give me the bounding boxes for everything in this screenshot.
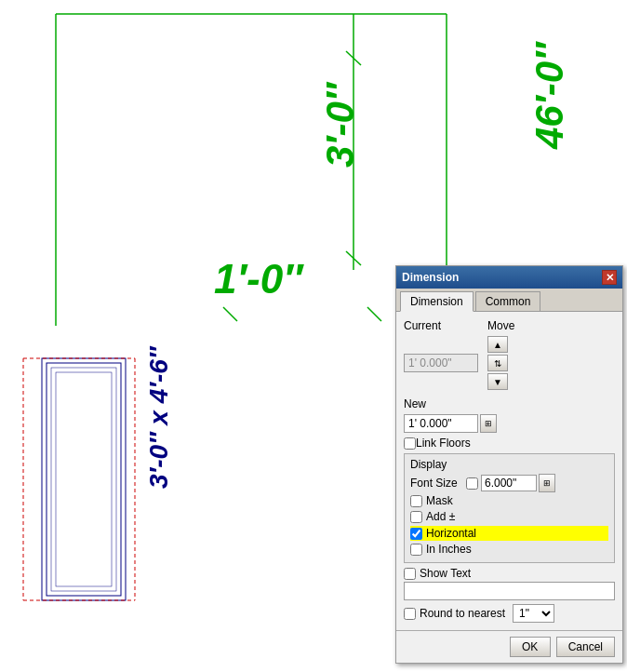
move-down-button[interactable]: ▼	[487, 373, 508, 390]
horizontal-label: Horizontal	[426, 527, 476, 540]
round-nearest-label: Round to nearest	[420, 607, 505, 620]
font-size-input[interactable]	[481, 475, 537, 491]
svg-rect-14	[51, 368, 116, 591]
close-button[interactable]: ✕	[602, 270, 617, 285]
ok-button[interactable]: OK	[510, 637, 551, 657]
dimension-dialog: Dimension ✕ Dimension Common Current Mov…	[395, 265, 623, 664]
font-size-pick-btn[interactable]: ⊞	[539, 474, 555, 492]
move-controls: ▲ ⇅ ▼	[487, 336, 508, 390]
tab-common[interactable]: Common	[475, 291, 541, 311]
new-input[interactable]	[404, 414, 478, 433]
in-inches-checkbox[interactable]	[410, 544, 422, 556]
dialog-body: Current Move ▲ ⇅ ▼ New ⊞	[396, 312, 622, 630]
in-inches-label: In Inches	[426, 543, 472, 556]
mask-label: Mask	[426, 494, 453, 507]
svg-rect-13	[47, 363, 121, 596]
move-up-button[interactable]: ▲	[487, 336, 508, 353]
current-input	[404, 354, 478, 372]
cancel-button[interactable]: Cancel	[556, 637, 615, 657]
new-pick-button[interactable]: ⊞	[480, 414, 497, 433]
show-text-checkbox[interactable]	[404, 568, 416, 580]
link-floors-row: Link Floors	[404, 437, 615, 450]
new-label: New	[404, 397, 469, 410]
dialog-titlebar: Dimension ✕	[396, 266, 622, 289]
svg-text:3′-0″ x 4′-6″: 3′-0″ x 4′-6″	[144, 345, 173, 489]
font-size-label: Font Size	[410, 477, 466, 490]
font-size-checkbox[interactable]	[466, 477, 478, 490]
svg-text:1′-0″: 1′-0″	[214, 256, 304, 302]
mask-row: Mask	[410, 494, 608, 507]
horizontal-row: Horizontal	[410, 526, 608, 541]
new-input-group: ⊞	[404, 414, 497, 433]
svg-rect-12	[42, 358, 126, 600]
link-floors-label: Link Floors	[416, 437, 471, 450]
svg-line-7	[223, 307, 237, 321]
add-pm-label: Add ±	[426, 510, 455, 523]
show-text-row: Show Text	[404, 567, 615, 580]
add-pm-checkbox[interactable]	[410, 511, 422, 523]
svg-rect-15	[56, 372, 112, 586]
svg-line-8	[367, 307, 381, 321]
dialog-tabs: Dimension Common	[396, 289, 622, 312]
move-swap-button[interactable]: ⇅	[487, 355, 508, 371]
move-label: Move	[487, 319, 553, 332]
tab-dimension[interactable]: Dimension	[400, 291, 474, 312]
mask-checkbox[interactable]	[410, 495, 422, 507]
horizontal-checkbox[interactable]	[410, 528, 422, 540]
svg-text:46′-0″: 46′-0″	[527, 41, 571, 150]
display-section-title: Display	[410, 458, 608, 471]
round-nearest-select[interactable]: 1"	[513, 604, 554, 623]
text-display-box[interactable]	[404, 582, 615, 600]
round-nearest-row: Round to nearest 1"	[404, 604, 615, 623]
display-section: Display Font Size ⊞ Mask Add ± Hor	[404, 453, 615, 563]
show-text-label: Show Text	[420, 567, 471, 580]
link-floors-checkbox[interactable]	[404, 437, 416, 450]
current-label: Current	[404, 319, 469, 332]
svg-text:3′-0″: 3′-0″	[318, 81, 362, 168]
dialog-footer: OK Cancel	[396, 630, 622, 663]
round-nearest-checkbox[interactable]	[404, 608, 416, 620]
font-size-row: Font Size ⊞	[410, 474, 608, 492]
dialog-title: Dimension	[402, 271, 459, 284]
add-pm-row: Add ±	[410, 510, 608, 523]
in-inches-row: In Inches	[410, 543, 608, 556]
